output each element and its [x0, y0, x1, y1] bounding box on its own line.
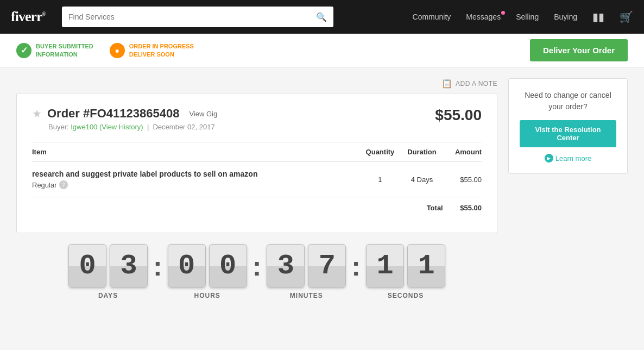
days-digit-0: 0	[68, 244, 106, 288]
order-card: ★ Order #FO41123865408 View Gig Buyer: I…	[16, 93, 497, 233]
total-value: $55.00	[443, 197, 482, 220]
search-button[interactable]: 🔍	[310, 12, 333, 22]
table-row: research and suggest private label produ…	[32, 162, 482, 197]
add-note-icon: 📋	[441, 78, 452, 89]
item-duration: 4 Days	[401, 162, 443, 197]
seconds-digit-0: 1	[366, 244, 404, 288]
nav-selling[interactable]: Selling	[516, 12, 539, 21]
status-bar: ✓ BUYER SUBMITTED INFORMATION ● ORDER IN…	[0, 34, 644, 67]
nav-messages[interactable]: Messages	[466, 12, 501, 21]
nav-community[interactable]: Community	[413, 12, 451, 21]
col-quantity: Quantity	[359, 142, 401, 162]
view-gig-link[interactable]: View Gig	[189, 110, 217, 118]
col-item: Item	[32, 142, 359, 162]
main-content: 📋 ADD A NOTE ★ Order #FO41123865408 View…	[0, 67, 644, 327]
status-step2: ● ORDER IN PROGRESS DELIVER SOON	[110, 42, 194, 58]
order-number: Order #FO41123865408	[47, 107, 179, 121]
minutes-label: MINUTES	[290, 292, 323, 299]
countdown-hours: 0 0 HOURS	[168, 244, 247, 299]
search-bar: 🔍	[62, 7, 333, 27]
item-cell: research and suggest private label produ…	[32, 162, 359, 197]
seconds-digits: 1 1	[366, 244, 445, 288]
colon-1: :	[148, 251, 168, 293]
status-step1: ✓ BUYER SUBMITTED INFORMATION	[16, 42, 93, 58]
step2-label: ORDER IN PROGRESS DELIVER SOON	[129, 42, 194, 58]
colon-2: :	[247, 251, 267, 293]
logo: fiverr®	[11, 9, 46, 25]
resolution-center-button[interactable]: Visit the Resolution Center	[520, 120, 616, 147]
order-header: ★ Order #FO41123865408 View Gig Buyer: I…	[32, 107, 482, 131]
countdown-days: 0 3 DAYS	[68, 244, 148, 299]
days-digit-1: 3	[110, 244, 148, 288]
deliver-order-button[interactable]: Deliver Your Order	[530, 39, 628, 61]
view-history-link[interactable]: (View History)	[99, 123, 143, 131]
item-quantity: 1	[359, 162, 401, 197]
add-note-label: ADD A NOTE	[456, 80, 497, 88]
cart-icon[interactable]: 🛒	[620, 10, 633, 23]
countdown-container: 0 3 DAYS : 0 0 HOURS :	[33, 244, 481, 299]
hours-digits: 0 0	[168, 244, 247, 288]
order-table: Item Quantity Duration Amount research a…	[32, 142, 482, 220]
days-label: DAYS	[98, 292, 118, 299]
minutes-digits: 3 7	[267, 244, 346, 288]
order-date: December 02, 2017	[153, 123, 214, 131]
col-duration: Duration	[401, 142, 443, 162]
navbar: fiverr® 🔍 Community Messages Selling Buy…	[0, 0, 644, 34]
hours-label: HOURS	[194, 292, 220, 299]
learn-more-icon: ►	[545, 154, 553, 162]
favorite-star-icon[interactable]: ★	[32, 107, 42, 120]
order-title-row: ★ Order #FO41123865408 View Gig	[32, 107, 217, 121]
search-input[interactable]	[62, 12, 310, 21]
countdown-minutes: 3 7 MINUTES	[267, 244, 346, 299]
add-note-row[interactable]: 📋 ADD A NOTE	[16, 78, 497, 89]
seconds-label: SECONDS	[388, 292, 424, 299]
minutes-digit-1: 7	[308, 244, 346, 288]
countdown-seconds: 1 1 SECONDS	[366, 244, 445, 299]
item-package: Regular ?	[32, 180, 359, 189]
total-label: Total	[32, 197, 443, 220]
hours-digit-1: 0	[209, 244, 247, 288]
colon-3: :	[346, 251, 366, 293]
minutes-digit-0: 3	[267, 244, 305, 288]
days-digits: 0 3	[68, 244, 148, 288]
nav-buying[interactable]: Buying	[554, 12, 577, 21]
item-name: research and suggest private label produ…	[32, 170, 359, 178]
learn-more-label: Learn more	[555, 154, 591, 162]
order-meta: Buyer: Igwe100 (View History) | December…	[48, 123, 217, 131]
analytics-icon[interactable]: ▮▮	[592, 10, 604, 23]
buyer-link[interactable]: Igwe100	[71, 123, 97, 131]
resolution-card: Need to change or cancel your order? Vis…	[508, 78, 628, 174]
sidebar: Need to change or cancel your order? Vis…	[508, 78, 628, 316]
nav-links: Community Messages Selling Buying ▮▮ 🛒	[413, 10, 633, 23]
order-title-section: ★ Order #FO41123865408 View Gig Buyer: I…	[32, 107, 217, 131]
learn-more-link[interactable]: ► Learn more	[520, 154, 616, 162]
help-icon[interactable]: ?	[59, 180, 68, 189]
order-price: $55.00	[435, 107, 482, 124]
item-amount: $55.00	[443, 162, 482, 197]
resolution-text: Need to change or cancel your order?	[520, 90, 616, 112]
step2-location-icon: ●	[110, 43, 125, 58]
hours-digit-0: 0	[168, 244, 206, 288]
countdown-section: 0 3 DAYS : 0 0 HOURS :	[16, 233, 497, 316]
col-amount: Amount	[443, 142, 482, 162]
order-section: 📋 ADD A NOTE ★ Order #FO41123865408 View…	[16, 78, 497, 316]
total-row: Total $55.00	[32, 197, 482, 220]
step1-label: BUYER SUBMITTED INFORMATION	[36, 42, 93, 58]
seconds-digit-1: 1	[407, 244, 445, 288]
step1-check-icon: ✓	[16, 43, 31, 58]
